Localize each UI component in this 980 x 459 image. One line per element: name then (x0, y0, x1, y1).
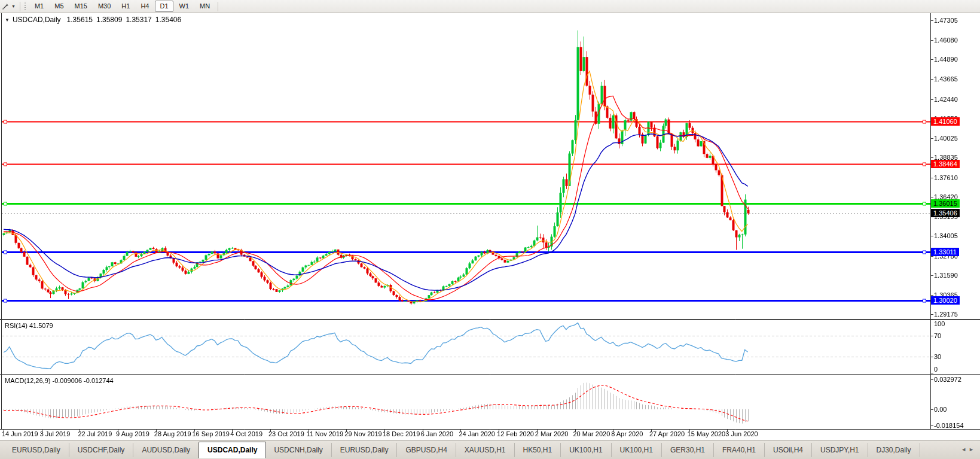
tab-scroll-arrows: ◄► (961, 446, 976, 452)
symbol-tab-bar: EURUSD,DailyUSDCHF,DailyAUDUSD,DailyUSDC… (0, 440, 980, 459)
timeframe-button-d1[interactable]: D1 (155, 1, 173, 12)
symbol-tab-gbpusd-h4[interactable]: GBPUSD,H4 (397, 443, 456, 457)
crosshair-cursor-icon (2, 2, 10, 10)
symbol-tab-usoil-h4[interactable]: USOil,H4 (765, 443, 812, 457)
tool-dropdown-caret-icon[interactable]: ▼ (11, 4, 16, 8)
symbol-tab-usdcad-daily[interactable]: USDCAD,Daily (199, 442, 266, 458)
symbol-tab-fra40-h1[interactable]: FRA40,H1 (714, 443, 765, 457)
symbol-tab-eurusd-daily[interactable]: EURUSD,Daily (4, 443, 69, 457)
symbol-tab-usdcnh-daily[interactable]: USDCNH,Daily (265, 443, 331, 457)
symbol-tab-dj30-daily[interactable]: DJ30,Daily (868, 443, 920, 457)
timeframe-button-m1[interactable]: M1 (30, 1, 48, 12)
tab-scroll-right-icon[interactable]: ► (969, 446, 976, 452)
symbol-tabs: EURUSD,DailyUSDCHF,DailyAUDUSD,DailyUSDC… (0, 440, 920, 459)
crosshair-tool-button[interactable]: ▼ (0, 2, 17, 11)
symbol-tab-usdchf-daily[interactable]: USDCHF,Daily (69, 443, 134, 457)
timeframe-button-h1[interactable]: H1 (117, 1, 135, 12)
timeframe-button-mn[interactable]: MN (195, 1, 215, 12)
timeframe-button-h4[interactable]: H4 (136, 1, 154, 12)
symbol-tab-audusd-daily[interactable]: AUDUSD,Daily (133, 443, 199, 457)
toolbar-separator (218, 2, 218, 11)
timeframe-buttons-group: M1M5M15M30H1H4D1W1MN (29, 1, 215, 12)
symbol-tab-eurusd-daily[interactable]: EURUSD,Daily (332, 443, 398, 457)
timeframe-toolbar: ▼ M1M5M15M30H1H4D1W1MN (0, 0, 980, 13)
toolbar-grip-handle[interactable] (23, 2, 28, 11)
symbol-tab-uk100-h1[interactable]: UK100,H1 (561, 443, 611, 457)
tab-scroll-left-icon[interactable]: ◄ (961, 446, 969, 452)
toolbar-separator (20, 2, 20, 11)
timeframe-button-m30[interactable]: M30 (93, 1, 115, 12)
symbol-tab-xauusd-h1[interactable]: XAUUSD,H1 (456, 443, 515, 457)
timeframe-button-m5[interactable]: M5 (50, 1, 68, 12)
symbol-tab-uk100-h1[interactable]: UK100,H1 (612, 443, 662, 457)
symbol-tab-usdjpy-h1[interactable]: USDJPY,H1 (812, 443, 868, 457)
timeframe-button-m15[interactable]: M15 (70, 1, 92, 12)
timeframe-button-w1[interactable]: W1 (175, 1, 194, 12)
price-chart-canvas[interactable] (0, 0, 980, 459)
symbol-tab-hk50-h1[interactable]: HK50,H1 (515, 443, 561, 457)
symbol-tab-ger30-h1[interactable]: GER30,H1 (662, 443, 714, 457)
trading-platform-window: ▼ M1M5M15M30H1H4D1W1MN ▼USDCAD,Daily1.35… (0, 0, 980, 459)
